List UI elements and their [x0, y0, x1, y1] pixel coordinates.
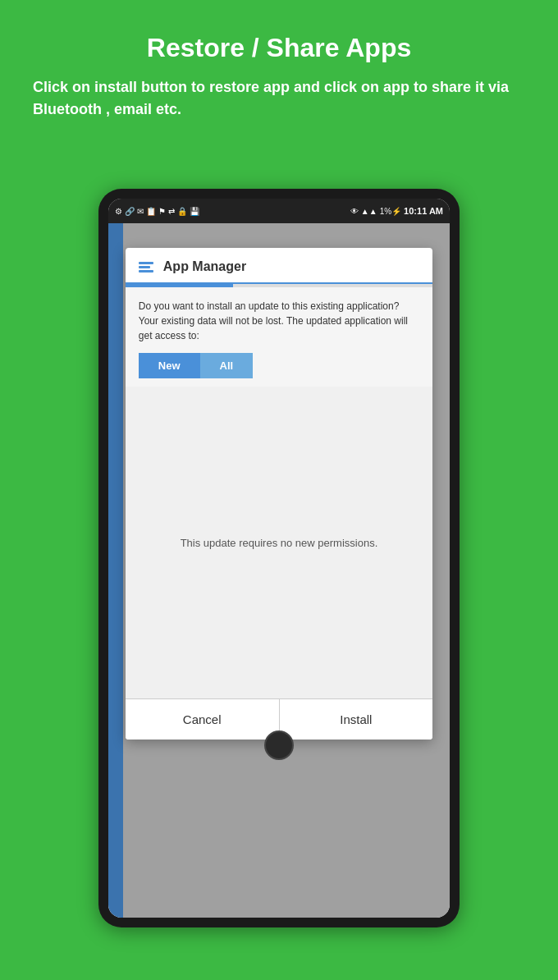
app-manager-icon: [139, 262, 153, 272]
tab-new[interactable]: New: [139, 353, 200, 378]
device-screen: ⚙ 🔗 ✉ 📋 ⚑ ⇄ 🔒 💾 👁 ▲▲ 1%⚡ 10:11 AM: [108, 199, 450, 918]
email-icon: ✉: [137, 207, 144, 216]
status-icons-right: 👁 ▲▲ 1%⚡ 10:11 AM: [350, 206, 443, 216]
tab-all[interactable]: All: [200, 353, 254, 378]
sync-icon: ⇄: [168, 207, 175, 216]
sd-icon: 💾: [190, 207, 199, 216]
icon-line-2: [139, 266, 150, 268]
status-bar: ⚙ 🔗 ✉ 📋 ⚑ ⇄ 🔒 💾 👁 ▲▲ 1%⚡ 10:11 AM: [108, 199, 450, 223]
link-icon: 🔗: [125, 207, 135, 216]
eye-icon: 👁: [350, 207, 359, 216]
dialog-header: App Manager: [126, 248, 432, 284]
page-description: Click on install button to restore app a…: [33, 76, 525, 121]
dialog-overlay: App Manager Do you want to install an up…: [108, 223, 450, 918]
install-button[interactable]: Install: [280, 699, 433, 740]
lock-icon: 🔒: [177, 207, 187, 216]
battery-icon: 1%⚡: [380, 207, 401, 216]
home-button[interactable]: [264, 730, 294, 760]
signal-icon: ▲▲: [361, 207, 377, 216]
progress-bar: [126, 284, 432, 287]
cancel-button[interactable]: Cancel: [126, 699, 280, 740]
icon-line-1: [139, 262, 153, 264]
app-background: App Manager Do you want to install an up…: [108, 223, 450, 918]
dialog: App Manager Do you want to install an up…: [126, 248, 432, 740]
dialog-content-area: This update requires no new permissions.: [126, 387, 432, 698]
no-permissions-message: This update requires no new permissions.: [181, 537, 378, 549]
dialog-message: Do you want to install an update to this…: [139, 299, 419, 343]
flag-icon: ⚑: [158, 207, 166, 216]
status-time: 10:11 AM: [404, 206, 443, 216]
dialog-body: Do you want to install an update to this…: [126, 287, 432, 387]
icon-line-3: [139, 270, 153, 272]
usb-icon: ⚙: [115, 207, 122, 216]
page-title: Restore / Share Apps: [33, 33, 525, 63]
tab-bar: New All: [139, 353, 419, 378]
progress-bar-fill: [126, 284, 233, 287]
dialog-title: App Manager: [163, 259, 246, 274]
status-icons-left: ⚙ 🔗 ✉ 📋 ⚑ ⇄ 🔒 💾: [115, 207, 199, 216]
file-icon: 📋: [146, 207, 156, 216]
device-frame: ⚙ 🔗 ✉ 📋 ⚑ ⇄ 🔒 💾 👁 ▲▲ 1%⚡ 10:11 AM: [98, 189, 460, 927]
page-header: Restore / Share Apps Click on install bu…: [0, 0, 558, 137]
